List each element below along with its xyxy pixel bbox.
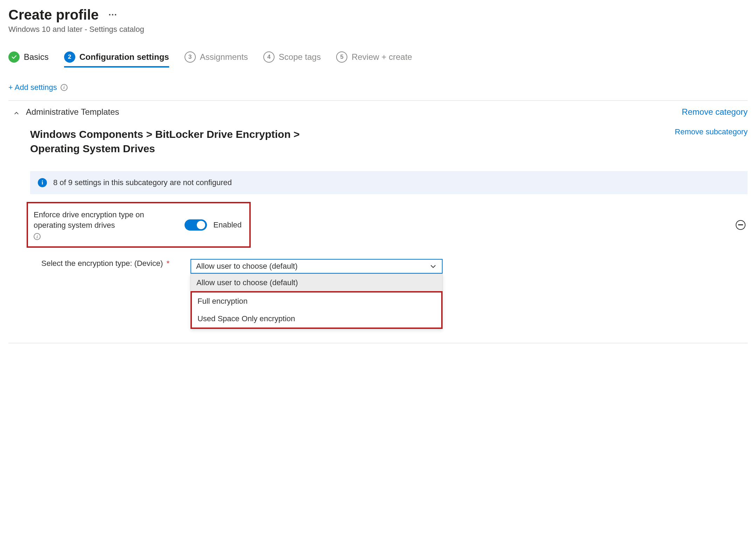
minus-icon	[738, 224, 743, 225]
toggle-knob-icon	[197, 221, 205, 229]
setting-label: Enforce drive encryption type on operati…	[34, 210, 149, 230]
step-assignments[interactable]: 3 Assignments	[185, 51, 248, 63]
info-icon: i	[38, 178, 47, 187]
step-label: Basics	[24, 52, 49, 62]
remove-setting-button[interactable]	[736, 220, 745, 230]
page-subtitle: Windows 10 and later - Settings catalog	[8, 25, 748, 34]
step-label: Configuration settings	[79, 52, 169, 62]
stepper: Basics 2 Configuration settings 3 Assign…	[8, 51, 748, 65]
more-icon[interactable]: ···	[109, 9, 117, 20]
select-value: Allow user to choose (default)	[196, 262, 298, 271]
step-number-icon: 2	[64, 51, 75, 63]
step-basics[interactable]: Basics	[8, 51, 49, 63]
step-configuration-settings[interactable]: 2 Configuration settings	[64, 51, 169, 68]
select-label: Select the encryption type: (Device)	[41, 259, 163, 268]
info-banner: i 8 of 9 settings in this subcategory ar…	[30, 171, 748, 194]
toggle-state-label: Enabled	[213, 220, 242, 230]
chevron-up-icon[interactable]	[13, 109, 20, 115]
chevron-down-icon	[429, 262, 437, 270]
step-review-create[interactable]: 5 Review + create	[336, 51, 412, 63]
category-name: Administrative Templates	[26, 107, 119, 117]
step-label: Assignments	[200, 52, 248, 62]
step-label: Scope tags	[279, 52, 321, 62]
remove-subcategory-link[interactable]: Remove subcategory	[675, 127, 748, 136]
toggle-enabled[interactable]	[185, 219, 207, 231]
step-number-icon: 5	[336, 51, 347, 63]
step-number-icon: 4	[263, 51, 275, 63]
encryption-type-dropdown: Allow user to choose (default) Full encr…	[190, 274, 443, 329]
info-icon[interactable]: i	[61, 84, 68, 91]
step-number-icon: 3	[185, 51, 196, 63]
dropdown-option[interactable]: Allow user to choose (default)	[191, 274, 442, 291]
page-title: Create profile	[8, 7, 99, 23]
dropdown-option[interactable]: Used Space Only encryption	[192, 310, 441, 328]
info-icon[interactable]: i	[34, 233, 41, 240]
add-settings-link[interactable]: + Add settings i	[8, 83, 748, 92]
step-scope-tags[interactable]: 4 Scope tags	[263, 51, 321, 63]
divider	[8, 343, 748, 343]
add-settings-label: + Add settings	[8, 83, 57, 92]
info-banner-text: 8 of 9 settings in this subcategory are …	[53, 178, 232, 187]
required-indicator: *	[166, 259, 169, 268]
dropdown-option[interactable]: Full encryption	[192, 293, 441, 310]
subcategory-path: Windows Components > BitLocker Drive Enc…	[30, 127, 345, 156]
setting-row-enforce-encryption: Enforce drive encryption type on operati…	[27, 202, 251, 248]
encryption-type-select[interactable]: Allow user to choose (default)	[190, 259, 443, 274]
remove-category-link[interactable]: Remove category	[682, 107, 748, 117]
check-icon	[8, 51, 20, 63]
step-label: Review + create	[352, 52, 412, 62]
